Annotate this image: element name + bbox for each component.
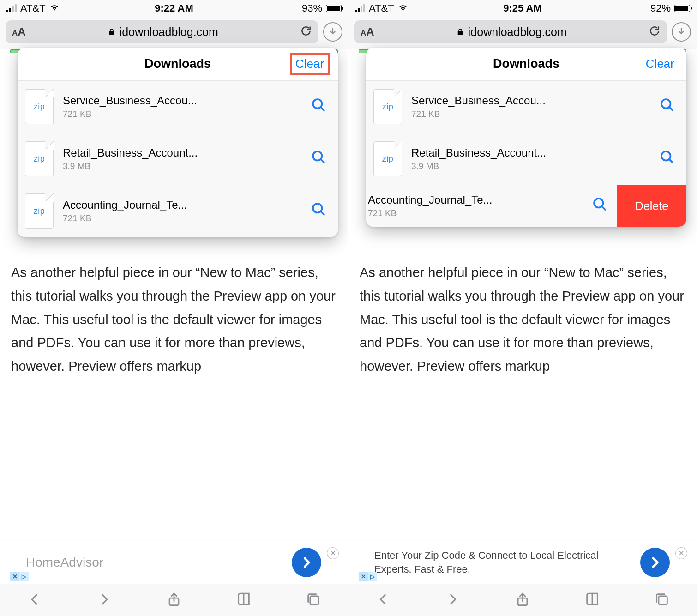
status-bar: AT&T 9:25 AM 92%	[348, 0, 697, 17]
file-zip-icon: zip	[373, 89, 402, 124]
reveal-in-files-button[interactable]	[659, 149, 679, 169]
downloads-popover: Downloads Clear zip Service_Business_Acc…	[366, 48, 686, 227]
adchoices-icon[interactable]: ✕▷	[359, 572, 377, 581]
reload-button[interactable]	[300, 25, 312, 39]
ad-close-button[interactable]: ✕	[327, 547, 339, 559]
download-item[interactable]: zip Retail_Business_Account... 3.9 MB	[366, 133, 686, 185]
forward-button[interactable]	[445, 592, 461, 609]
download-filename: Retail_Business_Account...	[411, 146, 655, 159]
ad-banner[interactable]: ✕▷ Enter Your Zip Code & Connect to Loca…	[348, 540, 697, 584]
download-filesize: 721 KB	[63, 213, 306, 223]
address-bar-row: AA idownloadblog.com	[0, 17, 348, 49]
bookmarks-button[interactable]	[236, 592, 252, 609]
address-bar[interactable]: AA idownloadblog.com	[354, 20, 667, 43]
bookmarks-button[interactable]	[584, 592, 600, 609]
adchoices-icon[interactable]: ✕▷	[10, 572, 29, 581]
download-item[interactable]: zip Accounting_Journal_Te... 721 KB	[18, 185, 338, 237]
file-zip-icon: zip	[373, 141, 402, 176]
delete-button[interactable]: Delete	[617, 185, 686, 227]
downloads-button[interactable]	[323, 22, 342, 42]
popover-title: Downloads	[144, 57, 211, 71]
ad-go-button[interactable]	[292, 548, 321, 577]
download-filename: Service_Business_Accou...	[411, 94, 655, 107]
ad-close-button[interactable]: ✕	[675, 547, 687, 559]
download-filesize: 721 KB	[368, 208, 588, 218]
download-filesize: 3.9 MB	[411, 161, 655, 171]
reader-aa-button[interactable]: AA	[361, 25, 374, 38]
svg-rect-4	[310, 596, 318, 604]
svg-rect-9	[658, 596, 667, 604]
lock-icon	[108, 25, 116, 39]
back-button[interactable]	[375, 592, 391, 609]
clear-button[interactable]: Clear	[290, 53, 330, 75]
download-filename: Accounting_Journal_Te...	[63, 199, 306, 211]
reveal-in-files-button[interactable]	[591, 196, 612, 216]
battery-icon	[326, 5, 342, 12]
download-item[interactable]: zip Service_Business_Accou... 721 KB	[366, 81, 686, 133]
file-zip-icon: zip	[25, 89, 54, 124]
clear-button[interactable]: Clear	[642, 55, 678, 73]
share-button[interactable]	[515, 592, 530, 609]
reader-aa-button[interactable]: AA	[12, 25, 26, 38]
downloads-popover: Downloads Clear zip Service_Business_Acc…	[18, 48, 338, 237]
reveal-in-files-button[interactable]	[310, 149, 330, 169]
reload-button[interactable]	[649, 25, 661, 39]
file-zip-icon: zip	[25, 141, 54, 176]
screenshot-left: AT&T 9:22 AM 93% AA idownloadblog.com	[0, 0, 348, 616]
download-filesize: 721 KB	[411, 109, 655, 119]
download-filesize: 3.9 MB	[63, 161, 306, 171]
article-text: As another helpful piece in our “New to …	[348, 254, 697, 378]
forward-button[interactable]	[96, 592, 112, 609]
download-item[interactable]: zip Service_Business_Accou... 721 KB	[18, 81, 338, 133]
article-text: As another helpful piece in our “New to …	[0, 254, 348, 378]
lock-icon	[456, 25, 464, 39]
reveal-in-files-button[interactable]	[310, 97, 330, 117]
address-bar-row: AA idownloadblog.com	[348, 17, 697, 49]
safari-toolbar	[348, 584, 697, 616]
download-item[interactable]: Accounting_Journal_Te... 721 KB Delete	[366, 185, 686, 227]
battery-icon	[674, 5, 690, 12]
ad-text: HomeAdvisor	[26, 554, 287, 571]
ad-banner[interactable]: ✕▷ HomeAdvisor ✕	[0, 540, 348, 584]
clock-label: 9:22 AM	[0, 2, 348, 14]
downloads-button[interactable]	[672, 22, 691, 42]
download-item[interactable]: zip Retail_Business_Account... 3.9 MB	[18, 133, 338, 185]
ad-text: Enter Your Zip Code & Connect to Local E…	[374, 549, 636, 576]
download-filename: Retail_Business_Account...	[63, 146, 306, 159]
safari-toolbar	[0, 584, 348, 616]
url-domain-text: idownloadblog.com	[468, 25, 567, 39]
clock-label: 9:25 AM	[348, 2, 697, 14]
ad-go-button[interactable]	[640, 548, 670, 577]
popover-title: Downloads	[493, 57, 559, 71]
address-bar[interactable]: AA idownloadblog.com	[6, 20, 318, 43]
tabs-button[interactable]	[654, 592, 670, 609]
url-domain-text: idownloadblog.com	[120, 25, 218, 39]
share-button[interactable]	[166, 592, 182, 609]
reveal-in-files-button[interactable]	[310, 201, 330, 221]
reveal-in-files-button[interactable]	[659, 97, 679, 117]
status-bar: AT&T 9:22 AM 93%	[0, 0, 348, 17]
file-zip-icon: zip	[25, 193, 54, 229]
download-filesize: 721 KB	[63, 109, 306, 119]
download-filename: Accounting_Journal_Te...	[368, 193, 588, 206]
tabs-button[interactable]	[306, 592, 321, 609]
download-filename: Service_Business_Accou...	[63, 94, 306, 107]
screenshot-right: AT&T 9:25 AM 92% AA idownloadblog.com	[348, 0, 697, 616]
back-button[interactable]	[27, 592, 42, 609]
